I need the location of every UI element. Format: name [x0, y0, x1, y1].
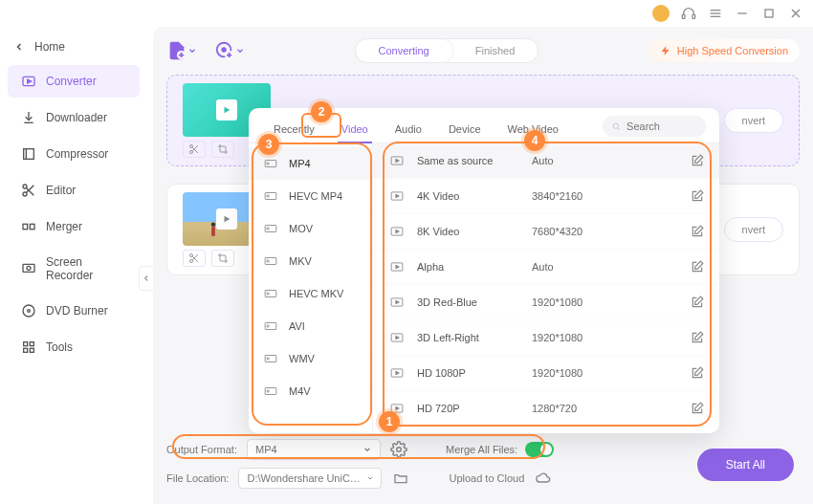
start-all-button[interactable]: Start All	[697, 449, 794, 481]
person-silhouette	[208, 221, 219, 242]
video-icon	[388, 366, 406, 380]
svg-rect-23	[30, 342, 33, 346]
merge-all-toggle[interactable]	[525, 442, 554, 457]
edit-preset-icon[interactable]	[691, 260, 704, 274]
svg-rect-0	[682, 14, 685, 18]
add-dvd-button[interactable]	[214, 40, 245, 61]
svg-point-52	[267, 260, 269, 262]
format-item-hevc-mkv[interactable]: HEVC MKV	[249, 277, 372, 310]
edit-preset-icon[interactable]	[691, 402, 704, 415]
tab-converting[interactable]: Converting	[356, 39, 452, 62]
format-icon	[262, 189, 279, 203]
svg-point-56	[267, 325, 269, 327]
edit-preset-icon[interactable]	[691, 154, 704, 167]
sidebar-item-converter[interactable]: Converter	[8, 65, 140, 98]
tab-audio[interactable]: Audio	[385, 116, 431, 142]
search-input[interactable]	[626, 121, 696, 132]
avatar[interactable]	[652, 5, 670, 22]
sidebar-item-merger[interactable]: Merger	[8, 210, 140, 243]
scissors-icon	[21, 183, 36, 198]
format-list[interactable]: MP4HEVC MP4MOVMKVHEVC MKVAVIWMVM4V	[249, 143, 373, 433]
output-settings-button[interactable]	[390, 441, 407, 458]
edit-preset-icon[interactable]	[691, 189, 704, 203]
home-label: Home	[34, 40, 65, 54]
resolution-item[interactable]: Same as sourceAuto	[373, 143, 719, 179]
svg-marker-74	[396, 371, 400, 375]
format-panel: Recently Video Audio Device Web Video MP…	[249, 108, 719, 433]
svg-point-39	[190, 260, 193, 263]
svg-point-38	[190, 254, 193, 257]
svg-point-21	[28, 310, 31, 313]
sidebar-item-editor[interactable]: Editor	[8, 174, 140, 207]
svg-rect-6	[765, 10, 773, 17]
cloud-icon[interactable]	[534, 469, 553, 488]
tab-device[interactable]: Device	[439, 116, 491, 142]
sidebar-item-tools[interactable]: Tools	[8, 331, 140, 363]
resolution-item[interactable]: AlphaAuto	[373, 250, 719, 285]
format-icon	[262, 254, 279, 268]
sidebar-item-downloader[interactable]: Downloader	[8, 101, 140, 134]
sidebar-item-dvd-burner[interactable]: DVD Burner	[8, 295, 140, 327]
resolution-item[interactable]: 4K Video3840*2160	[373, 179, 719, 214]
format-item-mov[interactable]: MOV	[249, 212, 372, 245]
resolution-item[interactable]: 3D Left-Right1920*1080	[373, 320, 719, 356]
svg-point-19	[27, 266, 31, 270]
maximize-button[interactable]	[761, 6, 777, 21]
svg-point-50	[267, 228, 269, 230]
close-button[interactable]	[788, 6, 803, 21]
tab-video[interactable]: Video	[332, 116, 378, 142]
crop-button[interactable]	[211, 141, 234, 158]
trim-button[interactable]	[183, 141, 206, 158]
high-speed-conversion[interactable]: High Speed Conversion	[648, 39, 800, 62]
svg-marker-70	[396, 300, 400, 304]
svg-rect-17	[30, 224, 34, 229]
add-file-button[interactable]	[166, 40, 197, 61]
edit-preset-icon[interactable]	[691, 225, 704, 238]
resolution-item[interactable]: HD 720P1280*720	[373, 391, 719, 427]
convert-button-1[interactable]: nvert	[724, 108, 783, 133]
sidebar-item-label: Screen Recorder	[46, 255, 126, 282]
sidebar-item-screen-recorder[interactable]: Screen Recorder	[8, 247, 140, 291]
crop-button[interactable]	[211, 250, 234, 267]
open-folder-button[interactable]	[391, 469, 410, 488]
format-item-wmv[interactable]: WMV	[249, 342, 372, 375]
back-home[interactable]: Home	[0, 33, 147, 61]
output-format-select[interactable]: MP4	[247, 439, 381, 460]
chevron-down-icon	[366, 473, 374, 483]
edit-preset-icon[interactable]	[691, 331, 704, 344]
titlebar	[0, 0, 813, 27]
resolution-item[interactable]: 8K Video7680*4320	[373, 214, 719, 250]
resolution-item[interactable]: HD 1080P1920*1080	[373, 356, 719, 391]
format-search[interactable]	[603, 116, 706, 137]
tab-webvideo[interactable]: Web Video	[498, 116, 568, 142]
merger-icon	[21, 219, 36, 234]
minimize-button[interactable]	[735, 6, 750, 21]
svg-point-20	[23, 305, 34, 317]
edit-preset-icon[interactable]	[691, 296, 704, 309]
video-icon	[388, 189, 406, 203]
format-item-mp4[interactable]: MP4	[249, 147, 372, 180]
format-item-avi[interactable]: AVI	[249, 310, 372, 342]
resolution-list[interactable]: Same as sourceAuto4K Video3840*21608K Vi…	[373, 143, 719, 433]
format-icon	[262, 319, 279, 333]
sidebar: Home Converter Downloader Compressor Edi…	[0, 27, 153, 504]
edit-preset-icon[interactable]	[691, 366, 704, 380]
headset-icon[interactable]	[681, 6, 696, 21]
resolution-item[interactable]: 3D Red-Blue1920*1080	[373, 285, 719, 320]
format-item-mkv[interactable]: MKV	[249, 245, 372, 277]
svg-rect-16	[23, 224, 28, 229]
convert-button-2[interactable]: nvert	[724, 217, 783, 242]
tab-finished[interactable]: Finished	[452, 39, 538, 62]
sidebar-item-compressor[interactable]: Compressor	[8, 138, 140, 170]
format-item-hevc-mp4[interactable]: HEVC MP4	[249, 180, 372, 212]
format-item-m4v[interactable]: M4V	[249, 375, 372, 407]
menu-icon[interactable]	[708, 6, 723, 21]
svg-point-28	[222, 48, 226, 52]
svg-rect-25	[30, 348, 33, 352]
file-location-select[interactable]: D:\Wondershare UniConverter 1	[238, 468, 382, 489]
bolt-icon	[660, 45, 671, 56]
trim-button[interactable]	[183, 250, 206, 267]
collapse-sidebar-button[interactable]	[139, 266, 154, 291]
download-icon	[21, 110, 36, 125]
tab-recently[interactable]: Recently	[264, 116, 324, 142]
